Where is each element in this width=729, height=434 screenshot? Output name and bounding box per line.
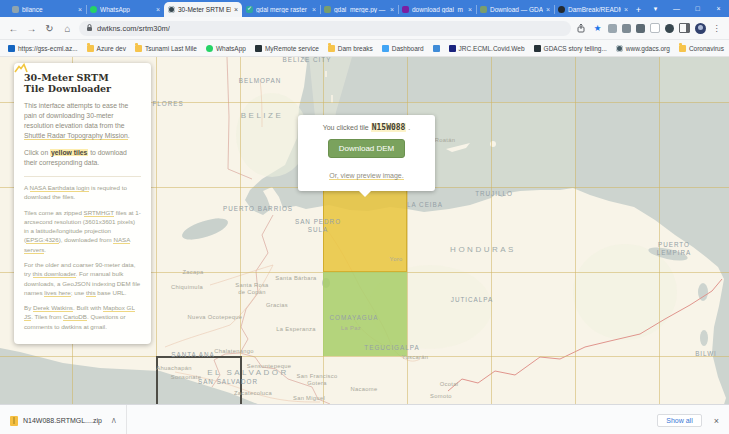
- extension-icon-4[interactable]: [650, 23, 660, 33]
- tab-close-icon[interactable]: ×: [624, 6, 628, 13]
- profile-avatar[interactable]: [695, 23, 706, 34]
- bookmark-jrc-ecml-covid-web[interactable]: JRC.ECML.Covid.Web: [449, 45, 525, 52]
- page-title: 30-Meter SRTM Tile Downloader: [24, 72, 111, 95]
- tab-label: bilance: [22, 6, 75, 13]
- bookmark-myremote-service[interactable]: MyRemote service: [255, 45, 319, 52]
- maximize-icon[interactable]: □: [687, 5, 708, 12]
- tab-label: DamBreak/READM: [568, 6, 621, 13]
- tab-30-meter-srtm-el[interactable]: 30-Meter SRTM El×: [164, 2, 242, 17]
- tab-strip: bilance×WhatsApp×30-Meter SRTM El×gdal m…: [0, 0, 729, 17]
- tab-bilance[interactable]: bilance×: [8, 2, 86, 17]
- map-label: BELIZE: [241, 111, 284, 121]
- map-label: Yuscarán: [402, 354, 429, 361]
- tab-gdal-merge-raster[interactable]: gdal merge raster×: [242, 2, 320, 17]
- map-label: Santa Bárbara: [275, 275, 316, 282]
- map-label: Nueva Ocotepeque: [188, 314, 243, 321]
- new-tab-button[interactable]: +: [634, 5, 643, 15]
- globe-favicon-icon: [168, 6, 175, 13]
- close-icon[interactable]: ×: [708, 5, 729, 12]
- preview-image-link[interactable]: Or, view preview image.: [329, 172, 403, 180]
- tab-search-icon[interactable]: ▾: [645, 5, 666, 13]
- map-label: JUTICALPA: [451, 296, 493, 304]
- menu-kebab-icon[interactable]: ⋮: [711, 23, 722, 34]
- back-icon[interactable]: ←: [7, 23, 20, 34]
- bookmark-list: https://gss-ecml.az...Azure devTsunami L…: [8, 45, 724, 52]
- tab-close-icon[interactable]: ×: [234, 6, 238, 13]
- pinned-extension-icon[interactable]: [665, 24, 674, 33]
- bookmark-azure-dev[interactable]: Azure dev: [87, 45, 126, 52]
- panel-details-text: A NASA Earthdata login is required to do…: [24, 183, 141, 331]
- map-label: FLORES: [152, 100, 183, 108]
- bookmark-gdacs-story-telling-[interactable]: GDACS story telling...: [534, 45, 607, 52]
- download-caret-icon[interactable]: ᐱ: [112, 417, 116, 424]
- site-dark-icon: [534, 45, 541, 52]
- tab-gdal-merge-py-[interactable]: gdal_merge.py —×: [320, 2, 398, 17]
- downloads-separator: [126, 405, 127, 434]
- srtm-tile-map[interactable]: BELIZE CITYBELMOPANBELIZEFLORESPUERTO BA…: [0, 57, 729, 434]
- tab-label: WhatsApp: [100, 6, 153, 13]
- address-bar[interactable]: dwtkns.com/srtm30m/: [79, 21, 571, 36]
- github-favicon-icon: [558, 6, 565, 13]
- tab-whatsapp[interactable]: WhatsApp×: [86, 2, 164, 17]
- gdal-favicon-icon: [324, 6, 331, 13]
- download-dem-button[interactable]: Download DEM: [328, 139, 406, 158]
- bookmark-dam-breaks[interactable]: Dam breaks: [328, 45, 373, 52]
- tab-close-icon[interactable]: ×: [78, 6, 82, 13]
- panel-link[interactable]: SRTMHGT: [84, 209, 114, 217]
- bookmark-icon-only[interactable]: [433, 45, 440, 52]
- yellow-tiles-highlight: yellow tiles: [50, 149, 88, 156]
- tab-label: 30-Meter SRTM El: [178, 6, 231, 13]
- panel-link[interactable]: this: [86, 289, 96, 297]
- bookmark-https-gss-ecml-az-[interactable]: https://gss-ecml.az...: [8, 45, 78, 52]
- map-label: San Francisco Gotera: [297, 373, 338, 387]
- download-item[interactable]: N14W088.SRTMGL....zip ᐱ: [10, 405, 126, 434]
- bookmarks-bar: https://gss-ecml.az...Azure devTsunami L…: [0, 40, 729, 57]
- forward-icon[interactable]: →: [25, 23, 38, 34]
- bookmark-star-icon[interactable]: ★: [592, 23, 603, 34]
- panel-link[interactable]: EPSG:4326: [26, 236, 59, 244]
- minimize-icon[interactable]: —: [666, 5, 687, 12]
- panel-link[interactable]: Derek Watkins: [33, 304, 73, 312]
- url-text: dwtkns.com/srtm30m/: [97, 24, 170, 33]
- panel-divider: [24, 176, 141, 177]
- bookmark-tsunami-last-mile[interactable]: Tsunami Last Mile: [135, 45, 197, 52]
- share-icon[interactable]: [576, 23, 587, 34]
- bookmark-coronavirus[interactable]: Coronavirus: [679, 45, 724, 52]
- bookmark-dashboard[interactable]: Dashboard: [382, 45, 424, 52]
- map-label: PUERTO BARRIOS: [223, 205, 293, 213]
- folder-icon: [135, 45, 142, 52]
- tab-download-gda[interactable]: Download — GDA×: [476, 2, 554, 17]
- map-label: San Miguel: [293, 395, 325, 402]
- tab-close-icon[interactable]: ×: [468, 6, 472, 13]
- panel-link[interactable]: CartoDB: [63, 313, 87, 321]
- folder-icon: [679, 45, 686, 52]
- tab-close-icon[interactable]: ×: [312, 6, 316, 13]
- bookmark-whatsapp[interactable]: WhatsApp: [206, 45, 246, 52]
- panel-paragraph: A NASA Earthdata login is required to do…: [24, 183, 141, 202]
- whatsapp-icon: [206, 45, 213, 52]
- tab-close-icon[interactable]: ×: [546, 6, 550, 13]
- map-label: BELIZE CITY: [283, 57, 332, 64]
- extension-icon-1[interactable]: [608, 24, 617, 33]
- tab-label: gdal_merge.py —: [334, 6, 387, 13]
- map-label: TEGUCIGALPA: [364, 344, 419, 352]
- show-all-downloads-button[interactable]: Show all: [657, 414, 701, 427]
- panel-link[interactable]: lives here: [44, 289, 70, 297]
- bookmark-www-gdacs-org[interactable]: www.gdacs.org: [616, 45, 670, 52]
- extension-icon-2[interactable]: [622, 24, 631, 33]
- downloads-bar-close-icon[interactable]: ×: [714, 416, 719, 426]
- panel-link[interactable]: Shuttle Radar Topography Mission: [24, 132, 128, 140]
- tab-close-icon[interactable]: ×: [156, 6, 160, 13]
- panel-link[interactable]: NASA Earthdata login: [30, 184, 90, 192]
- tab-label: download gdal_m: [412, 6, 465, 13]
- site-dark-icon: [255, 45, 262, 52]
- panel-link[interactable]: this downloader: [33, 270, 76, 278]
- tab-close-icon[interactable]: ×: [390, 6, 394, 13]
- home-icon[interactable]: ⌂: [61, 23, 74, 34]
- side-panel-icon[interactable]: [679, 23, 690, 33]
- extension-icon-3[interactable]: [636, 24, 645, 33]
- map-label: TRUJILLO: [475, 190, 513, 198]
- reload-icon[interactable]: ↻: [43, 23, 56, 34]
- tab-download-gdal-m[interactable]: download gdal_m×: [398, 2, 476, 17]
- tab-dambreak-readm[interactable]: DamBreak/READM×: [554, 2, 632, 17]
